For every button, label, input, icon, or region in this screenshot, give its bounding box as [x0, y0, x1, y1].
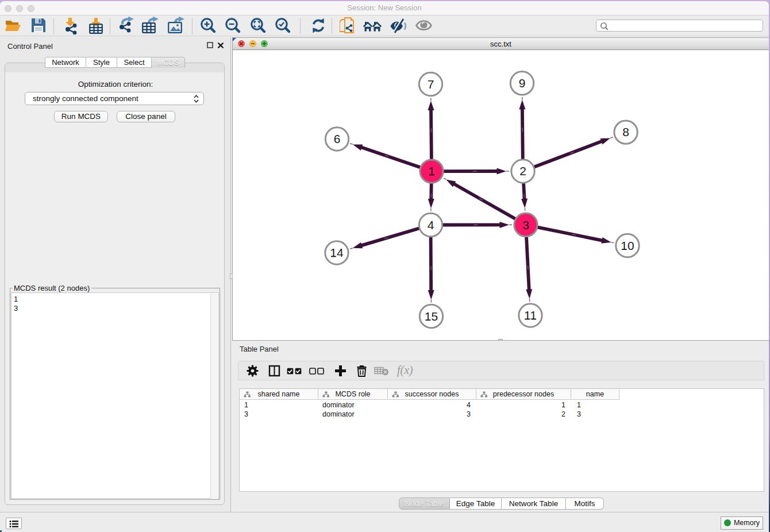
svg-text:7: 7	[428, 77, 434, 90]
svg-text:8: 8	[622, 125, 629, 138]
svg-text:6: 6	[334, 132, 341, 145]
svg-text:14: 14	[330, 246, 344, 259]
svg-text:15: 15	[425, 309, 438, 322]
svg-text:2: 2	[519, 164, 526, 178]
svg-text:3: 3	[522, 218, 529, 231]
svg-text:1: 1	[428, 164, 435, 178]
svg-text:4: 4	[428, 218, 434, 231]
svg-text:10: 10	[621, 238, 634, 252]
svg-text:11: 11	[524, 309, 537, 322]
svg-text:9: 9	[519, 76, 526, 90]
